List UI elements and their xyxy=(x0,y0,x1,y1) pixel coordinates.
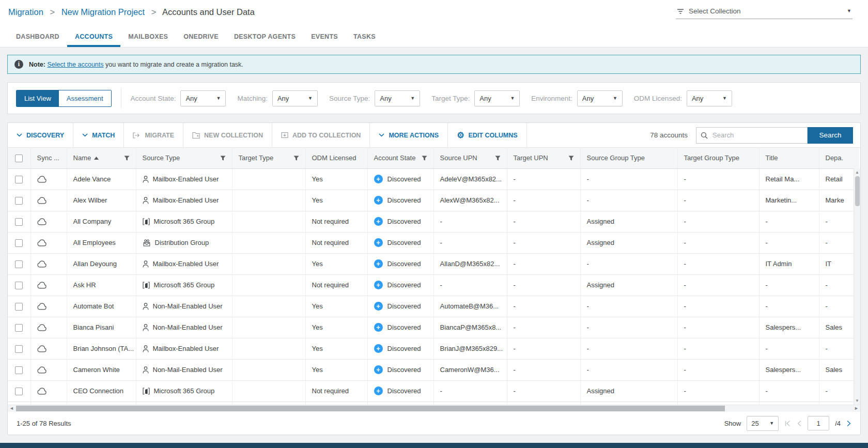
tab-desktop-agents[interactable]: DESKTOP AGENTS xyxy=(226,27,303,47)
cell-source-group-type: - xyxy=(580,168,677,190)
page-size-select[interactable]: 25 ▼ xyxy=(747,416,779,431)
vertical-scroll-thumb[interactable] xyxy=(855,176,860,206)
column-header-source-group-type[interactable]: Source Group Type xyxy=(580,148,677,168)
row-checkbox[interactable] xyxy=(15,388,23,395)
next-page-button[interactable] xyxy=(846,420,851,427)
funnel-icon[interactable] xyxy=(495,156,501,161)
view-toggle-list-view[interactable]: List View xyxy=(17,90,59,106)
filter-value: Any xyxy=(380,95,391,102)
row-checkbox[interactable] xyxy=(15,345,23,353)
column-header-target-type[interactable]: Target Type xyxy=(232,148,305,168)
more-actions-button[interactable]: MORE ACTIONS xyxy=(370,123,448,147)
tab-events[interactable]: EVENTS xyxy=(303,27,346,47)
tab-dashboard[interactable]: DASHBOARD xyxy=(8,27,67,47)
add-to-collection-button[interactable]: ADD TO COLLECTION xyxy=(272,123,370,147)
view-toggle-assessment[interactable]: Assessment xyxy=(59,90,111,106)
cloud-icon xyxy=(37,388,47,395)
row-checkbox[interactable] xyxy=(15,197,23,205)
cell-target-group-type: - xyxy=(677,274,759,296)
edit-columns-button[interactable]: ⚙EDIT COLUMNS xyxy=(448,123,526,147)
account-state-label: Discovered xyxy=(388,281,421,289)
previous-page-button[interactable] xyxy=(797,420,802,427)
match-button[interactable]: MATCH xyxy=(73,123,124,147)
page-number-input[interactable]: 1 xyxy=(808,416,829,430)
search-button[interactable]: Search xyxy=(808,127,853,144)
tab-onedrive[interactable]: ONEDRIVE xyxy=(176,27,226,47)
row-checkbox[interactable] xyxy=(15,324,23,332)
column-header-source-type[interactable]: Source Type xyxy=(136,148,232,168)
tab-tasks[interactable]: TASKS xyxy=(346,27,383,47)
scroll-left-icon[interactable]: ◄ xyxy=(9,406,14,411)
cell-target-type xyxy=(232,338,305,359)
cell-source-upn: - xyxy=(433,274,507,296)
column-header-title[interactable]: Title xyxy=(759,148,819,168)
scroll-up-icon[interactable]: ▲ xyxy=(855,168,859,176)
filter-select-source-type[interactable]: Any▼ xyxy=(375,90,420,106)
column-header-name[interactable]: Name xyxy=(67,148,136,168)
column-header-target-upn[interactable]: Target UPN xyxy=(507,148,580,168)
discovery-button[interactable]: DISCOVERY xyxy=(8,123,73,147)
funnel-icon[interactable] xyxy=(293,156,299,161)
row-checkbox[interactable] xyxy=(15,282,23,289)
row-checkbox[interactable] xyxy=(15,303,23,311)
column-header-sync[interactable]: Sync ... xyxy=(30,148,67,168)
row-checkbox[interactable] xyxy=(15,239,23,247)
table-row: Allan DeyoungMailbox-Enabled UserYes+Dis… xyxy=(8,253,859,274)
breadcrumb-project[interactable]: New Migration Project xyxy=(61,7,145,17)
horizontal-scroll-thumb[interactable] xyxy=(16,406,725,411)
column-header-source-upn[interactable]: Source UPN xyxy=(433,148,507,168)
first-page-button[interactable] xyxy=(784,420,791,427)
breadcrumb-migration[interactable]: Migration xyxy=(8,7,43,17)
filter-label: Matching: xyxy=(237,95,268,102)
column-header-account-state[interactable]: Account State xyxy=(367,148,433,168)
select-the-accounts-link[interactable]: Select the accounts xyxy=(47,61,103,68)
column-header-odm-licensed[interactable]: ODM Licensed xyxy=(305,148,367,168)
column-header-target-group-type[interactable]: Target Group Type xyxy=(677,148,759,168)
filter-select-matching[interactable]: Any▼ xyxy=(272,90,318,106)
cell-title: - xyxy=(759,380,819,401)
source-type-label: Microsoft 365 Group xyxy=(154,387,215,395)
new-collection-button[interactable]: NEW COLLECTION xyxy=(183,123,272,147)
filter-target-type: Target Type:Any▼ xyxy=(431,90,520,106)
filter-select-account-state[interactable]: Any▼ xyxy=(180,90,226,106)
tab-accounts[interactable]: ACCOUNTS xyxy=(67,27,120,47)
column-header-department[interactable]: Depa. xyxy=(819,148,859,168)
select-collection-dropdown[interactable]: Select Collection ▼ xyxy=(676,6,853,19)
filter-select-odm-licensed[interactable]: Any▼ xyxy=(687,90,732,106)
filter-select-environment[interactable]: Any▼ xyxy=(577,90,623,106)
filter-lines-icon xyxy=(677,8,684,14)
row-checkbox[interactable] xyxy=(15,218,23,226)
horizontal-scrollbar[interactable]: ◄ ► xyxy=(8,405,860,412)
cell-source-upn: AdeleV@M365x82... xyxy=(433,168,507,190)
cell-source-type: Mailbox-Enabled User xyxy=(136,338,232,359)
show-label: Show xyxy=(724,420,741,427)
account-state-label: Discovered xyxy=(388,345,421,352)
scroll-down-icon[interactable]: ▼ xyxy=(855,397,859,405)
cloud-icon xyxy=(37,366,47,374)
column-label: ODM Licensed xyxy=(312,154,357,162)
row-checkbox[interactable] xyxy=(15,260,23,268)
breadcrumb-separator: > xyxy=(50,7,55,17)
plus-circle-icon: + xyxy=(374,281,383,289)
filter-environment: Environment:Any▼ xyxy=(531,90,623,106)
cell-title: Retail Ma... xyxy=(759,168,819,190)
funnel-icon[interactable] xyxy=(568,156,574,161)
cell-name: All Employees xyxy=(67,232,136,253)
filter-select-target-type[interactable]: Any▼ xyxy=(474,90,520,106)
cell-target-group-type: - xyxy=(677,232,759,253)
funnel-icon[interactable] xyxy=(220,156,226,161)
row-checkbox[interactable] xyxy=(15,176,23,183)
cell-target-upn: - xyxy=(507,253,580,274)
migrate-button[interactable]: MIGRATE xyxy=(124,123,183,147)
funnel-icon[interactable] xyxy=(124,156,130,161)
select-all-checkbox[interactable] xyxy=(15,155,23,162)
cell-target-type xyxy=(232,274,305,296)
vertical-scrollbar[interactable]: ▲ ▼ xyxy=(854,168,860,405)
scroll-right-icon[interactable]: ► xyxy=(854,406,859,411)
funnel-icon[interactable] xyxy=(422,156,427,161)
accounts-panel: DISCOVERYMATCHMIGRATENEW COLLECTIONADD T… xyxy=(7,122,861,435)
tab-mailboxes[interactable]: MAILBOXES xyxy=(120,27,176,47)
search-input[interactable] xyxy=(711,131,803,140)
user-icon xyxy=(143,260,149,268)
row-checkbox[interactable] xyxy=(15,366,23,374)
